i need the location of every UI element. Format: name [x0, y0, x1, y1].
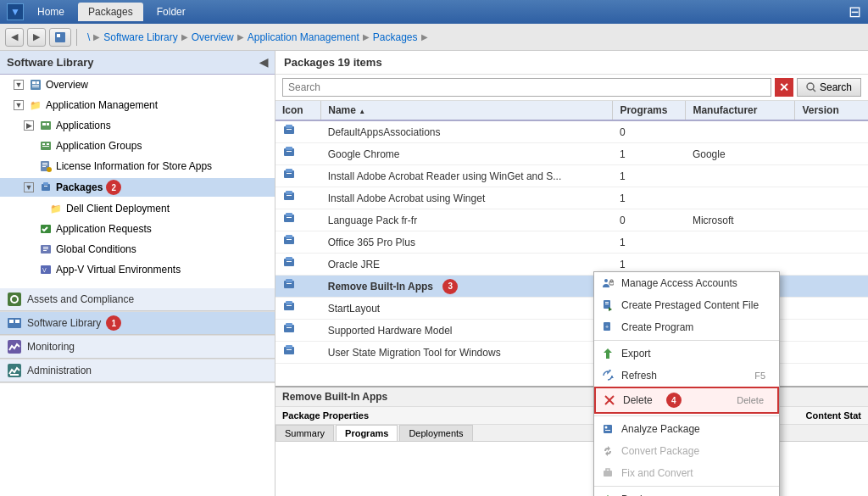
row-version-cell	[795, 298, 868, 320]
content-header: Packages 19 items	[275, 51, 868, 75]
tab-programs[interactable]: Programs	[336, 425, 398, 441]
row-version-cell	[795, 143, 868, 165]
folder-icon: 📁	[29, 98, 42, 112]
license-info-label: License Information for Store Apps	[56, 160, 212, 172]
app-requests-label: Application Requests	[56, 223, 152, 235]
deploy-icon	[601, 493, 615, 496]
table-row[interactable]: DefaultAppsAssociations 0	[275, 120, 868, 143]
tree-item-dell-deployment[interactable]: 📁 Dell Client Deployment	[0, 198, 275, 219]
svg-rect-9	[47, 123, 49, 125]
svg-rect-20	[43, 182, 48, 185]
packages-label: Packages	[56, 181, 103, 193]
expand-app-mgmt[interactable]: ▼	[14, 100, 24, 110]
sidebar-section-assets[interactable]: Assets and Compliance	[0, 288, 275, 312]
ctx-fix-convert[interactable]: Fix and Convert	[594, 462, 779, 484]
table-row[interactable]: Google Chrome 1 Google	[275, 143, 868, 165]
svg-marker-82	[604, 348, 612, 359]
forward-button[interactable]: ▶	[27, 28, 46, 47]
svg-point-73	[604, 279, 608, 282]
home-nav-button[interactable]	[49, 28, 71, 47]
ctx-prestaged-label: Create Prestaged Content File	[621, 299, 759, 311]
back-button[interactable]: ◀	[5, 28, 24, 47]
row-programs-cell: 0	[613, 120, 686, 143]
sidebar-section-monitoring[interactable]: Monitoring	[0, 336, 275, 359]
svg-rect-50	[286, 191, 292, 194]
sidebar-section-admin[interactable]: Administration	[0, 359, 275, 383]
title-bar: ▼ Home Packages Folder ⊟	[0, 0, 868, 24]
tab-packages[interactable]: Packages	[78, 3, 143, 21]
software-lib-icon	[7, 315, 22, 331]
search-btn-label: Search	[820, 81, 852, 93]
ctx-prestaged[interactable]: Create Prestaged Content File	[594, 294, 779, 316]
tree-item-license-info[interactable]: License Information for Store Apps	[0, 156, 275, 176]
app-groups-label: Application Groups	[56, 140, 142, 152]
tab-home[interactable]: Home	[27, 3, 75, 21]
ctx-export-label: Export	[621, 348, 651, 359]
svg-text:+: +	[605, 324, 609, 330]
tree-item-app-groups[interactable]: Application Groups	[0, 136, 275, 156]
sort-arrow-name: ▲	[359, 108, 365, 115]
tree-item-app-requests[interactable]: Application Requests	[0, 219, 275, 239]
expand-packages[interactable]: ▼	[24, 182, 34, 192]
col-header-icon[interactable]: Icon	[275, 101, 321, 120]
row-version-cell	[795, 276, 868, 298]
tree-item-appv[interactable]: V App-V Virtual Environments	[0, 259, 275, 280]
ctx-convert-label: Convert Package	[621, 445, 699, 457]
tree-item-packages[interactable]: ▼ Packages 2	[0, 176, 275, 198]
svg-rect-34	[15, 320, 19, 323]
col-header-manufacturer[interactable]: Manufacturer	[686, 101, 795, 120]
ctx-deploy[interactable]: Deploy	[594, 488, 779, 496]
assets-label: Assets and Compliance	[27, 293, 134, 305]
search-button[interactable]: Search	[797, 78, 861, 97]
search-input[interactable]	[282, 78, 771, 97]
software-lib-label: Software Library	[27, 317, 101, 329]
search-clear-button[interactable]: ✕	[775, 78, 793, 97]
table-row[interactable]: Office 365 Pro Plus 1	[275, 231, 868, 254]
row-name-cell: Google Chrome	[321, 143, 613, 165]
svg-rect-89	[604, 471, 612, 476]
refresh-icon	[601, 369, 615, 382]
context-menu: Manage Access Accounts Create Prestaged …	[593, 271, 780, 496]
tree-item-overview[interactable]: ▼ Overview	[0, 75, 275, 95]
svg-rect-51	[287, 195, 292, 196]
ctx-analyze[interactable]: Analyze Package	[594, 418, 779, 440]
col-header-name[interactable]: Name ▲	[321, 101, 613, 120]
analyze-icon	[601, 422, 615, 436]
ctx-manage-access[interactable]: Manage Access Accounts	[594, 272, 779, 294]
row-name-cell: StartLayout	[321, 298, 613, 320]
svg-rect-45	[287, 151, 292, 152]
expand-overview[interactable]: ▼	[14, 80, 24, 90]
ctx-export[interactable]: Export	[594, 343, 779, 365]
svg-line-39	[813, 89, 815, 92]
row-icon-cell	[275, 231, 321, 254]
svg-rect-71	[286, 345, 292, 348]
ctx-create-program[interactable]: + Create Program	[594, 316, 779, 338]
search-icon	[806, 82, 816, 92]
app-groups-icon	[39, 139, 53, 153]
tab-deployments[interactable]: Deployments	[399, 425, 472, 441]
tab-folder[interactable]: Folder	[147, 3, 196, 21]
tab-summary[interactable]: Summary	[275, 425, 334, 441]
delete-badge: 4	[666, 393, 682, 408]
row-version-cell	[795, 120, 868, 143]
table-row[interactable]: Install Adobe Acrobat Reader using WinGe…	[275, 165, 868, 187]
tree-item-global-conditions[interactable]: Global Conditions	[0, 239, 275, 259]
ctx-delete[interactable]: Delete 4 Delete	[594, 387, 779, 414]
window-maximize[interactable]: ⊟	[849, 3, 861, 21]
expand-applications[interactable]: ▶	[24, 120, 34, 131]
row-version-cell	[795, 342, 868, 364]
tree-item-app-management[interactable]: ▼ 📁 Application Management	[0, 95, 275, 115]
sidebar-section-software[interactable]: Software Library 1	[0, 312, 275, 336]
tree-item-applications[interactable]: ▶ Applications	[0, 115, 275, 136]
ctx-refresh[interactable]: Refresh F5	[594, 365, 779, 387]
ctx-divider-3	[594, 486, 779, 487]
col-header-version[interactable]: Version	[795, 101, 868, 120]
row-icon-cell	[275, 209, 321, 231]
ctx-convert[interactable]: Convert Package	[594, 440, 779, 462]
sidebar-collapse-button[interactable]: ◀	[259, 56, 268, 69]
row-icon-cell	[275, 298, 321, 320]
table-row[interactable]: Language Pack fr-fr 0 Microsoft	[275, 209, 868, 231]
table-row[interactable]: Install Adobe Acrobat using Winget 1	[275, 187, 868, 209]
svg-rect-42	[287, 129, 292, 130]
col-header-programs[interactable]: Programs	[613, 101, 686, 120]
